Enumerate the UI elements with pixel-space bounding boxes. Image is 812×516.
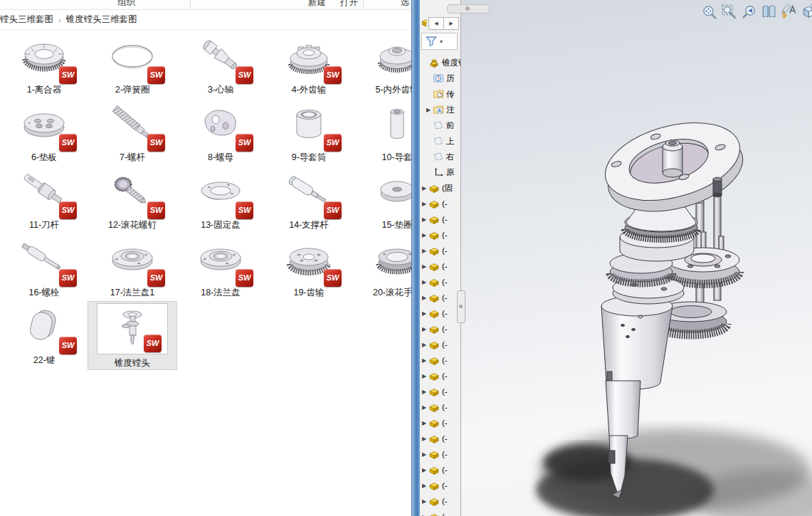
- expand-arrow-icon[interactable]: ▶: [422, 483, 428, 489]
- file-item[interactable]: SW1-离合器: [0, 31, 88, 99]
- expand-arrow-icon[interactable]: ▶: [422, 295, 428, 301]
- tree-component-item[interactable]: ▶(-: [420, 196, 460, 211]
- toolbar-group-1[interactable]: 组织: [117, 0, 135, 9]
- expand-arrow-icon[interactable]: ▶: [422, 248, 428, 254]
- file-list-area[interactable]: SW1-离合器SW2-弹簧圈SW3-心轴SW4-外齿输SW5-内外齿输SW6-垫…: [0, 31, 411, 387]
- tree-component-item[interactable]: ▶(固: [420, 180, 460, 196]
- expand-arrow-icon[interactable]: ▶: [422, 326, 428, 332]
- flange-thumbnail: SW: [98, 236, 167, 284]
- expand-arrow-icon[interactable]: ▶: [422, 185, 428, 191]
- expand-arrow-icon[interactable]: ▶: [422, 263, 428, 270]
- pane-splitter-handle[interactable]: [457, 290, 465, 323]
- file-item[interactable]: SW2-弹簧圈: [88, 31, 176, 99]
- tree-component-item[interactable]: ▶(-: [420, 211, 460, 227]
- feature-tree-tab-icon[interactable]: [420, 18, 427, 28]
- expand-arrow-icon[interactable]: ▶: [422, 373, 428, 379]
- file-item[interactable]: SW22-键: [0, 302, 88, 369]
- tree-filter[interactable]: ▾: [421, 33, 458, 50]
- tree-folder-item[interactable]: ▶传: [420, 86, 460, 102]
- breadcrumb-current[interactable]: 锥度镗头三维套图: [66, 14, 137, 26]
- tree-folder-item[interactable]: ▶上: [420, 133, 460, 149]
- previous-view-icon[interactable]: [740, 3, 758, 21]
- expand-arrow-icon[interactable]: ▶: [422, 467, 428, 473]
- file-item[interactable]: SW17-法兰盘1: [88, 234, 176, 302]
- file-item[interactable]: SW10-导套: [353, 99, 411, 167]
- tree-component-item[interactable]: ▶(-: [420, 446, 460, 462]
- view-orientation-icon[interactable]: [800, 3, 812, 21]
- tree-component-item[interactable]: ▶(-: [420, 352, 460, 368]
- file-item[interactable]: SW9-导套筒: [265, 99, 353, 167]
- file-item[interactable]: SW15-垫圈: [353, 167, 411, 234]
- expand-arrow-icon[interactable]: ▶: [422, 201, 428, 207]
- expand-arrow-icon[interactable]: ▶: [422, 404, 428, 411]
- tree-component-item[interactable]: ▶(-: [420, 305, 460, 321]
- file-item[interactable]: SW13-固定盘: [176, 167, 265, 234]
- expand-arrow-icon[interactable]: ▶: [426, 107, 433, 113]
- tree-component-item[interactable]: ▶(-: [420, 462, 460, 478]
- file-item[interactable]: SW20-滚花手轮: [353, 234, 411, 302]
- tree-component-item[interactable]: ▶(-: [420, 493, 460, 509]
- expand-arrow-icon[interactable]: ▶: [422, 498, 428, 505]
- zoom-to-area-icon[interactable]: [720, 3, 738, 21]
- tree-component-item[interactable]: ▶(-: [420, 431, 460, 446]
- tree-component-item[interactable]: ▶(-: [420, 415, 460, 431]
- tree-component-item[interactable]: ▶(-: [420, 290, 460, 305]
- tree-component-item[interactable]: ▶(-: [420, 384, 460, 399]
- tree-component-item[interactable]: ▶(-: [420, 337, 460, 352]
- file-item[interactable]: SW11-刀杆: [0, 167, 88, 234]
- file-item[interactable]: SW8-螺母: [176, 99, 265, 167]
- toolbar-group-2[interactable]: 新建: [308, 0, 326, 9]
- tree-component-item[interactable]: ▶(-: [420, 274, 460, 290]
- file-item[interactable]: SW3-心轴: [176, 31, 265, 99]
- tree-folder-item[interactable]: ▶前: [420, 117, 460, 133]
- file-item[interactable]: SW5-内外齿输: [353, 31, 411, 99]
- expand-arrow-icon[interactable]: ▶: [422, 436, 428, 442]
- filter-dropdown-icon[interactable]: ▾: [440, 38, 443, 45]
- tree-component-item[interactable]: ▶(-: [420, 478, 460, 493]
- expand-arrow-icon[interactable]: ▶: [422, 357, 428, 364]
- toolbar-group-4[interactable]: 选择: [401, 0, 411, 10]
- pane-scroll-right-button[interactable]: ▶: [443, 17, 459, 30]
- tree-component-item[interactable]: ▶(-: [420, 227, 460, 243]
- expand-arrow-icon[interactable]: ▶: [422, 279, 428, 285]
- breadcrumb-parent[interactable]: 镗头三维套图: [0, 14, 53, 26]
- zoom-to-fit-icon[interactable]: [700, 3, 718, 21]
- knurled-screw-thumbnail: SW: [98, 168, 167, 216]
- file-grid: SW1-离合器SW2-弹簧圈SW3-心轴SW4-外齿输SW5-内外齿输SW6-垫…: [0, 31, 411, 369]
- file-label: 16-螺栓: [0, 287, 88, 299]
- tree-component-item[interactable]: ▶(-: [420, 399, 460, 415]
- file-item[interactable]: SW18-法兰盘: [176, 234, 265, 302]
- toolbar-group-3[interactable]: 打开: [340, 0, 358, 9]
- file-item[interactable]: SW锥度镗头: [88, 302, 176, 369]
- file-item[interactable]: SW16-螺栓: [0, 234, 88, 302]
- tree-component-item[interactable]: ▶(-: [420, 321, 460, 337]
- expand-arrow-icon[interactable]: ▶: [422, 514, 428, 516]
- expand-arrow-icon[interactable]: ▶: [422, 389, 428, 395]
- pane-collapse-handle[interactable]: [447, 4, 490, 14]
- expand-arrow-icon[interactable]: ▶: [422, 420, 428, 426]
- tree-folder-item[interactable]: ▶历: [420, 70, 460, 86]
- tree-folder-item[interactable]: ▶注: [420, 102, 460, 117]
- tree-folder-item[interactable]: ▶原: [420, 164, 460, 180]
- expand-arrow-icon[interactable]: ▶: [422, 232, 428, 238]
- graphics-viewport[interactable]: ▾▾: [461, 0, 812, 516]
- tree-component-item[interactable]: ▶(-: [420, 243, 460, 258]
- tree-root-assembly[interactable]: ▶锥度镗: [420, 55, 460, 70]
- file-item[interactable]: SW14-支撑杆: [265, 167, 353, 234]
- tree-component-item[interactable]: ▶(-: [420, 368, 460, 384]
- expand-arrow-icon[interactable]: ▶: [422, 216, 428, 223]
- tree-folder-item[interactable]: ▶右: [420, 149, 460, 164]
- pane-scroll-left-button[interactable]: ◀: [428, 17, 444, 30]
- file-item[interactable]: SW12-滚花螺钉: [88, 167, 176, 234]
- annotation-visibility-icon[interactable]: [780, 3, 798, 21]
- tree-component-item[interactable]: ▶(-: [420, 258, 460, 274]
- expand-arrow-icon[interactable]: ▶: [422, 310, 428, 317]
- file-item[interactable]: SW6-垫板: [0, 99, 88, 167]
- tree-component-item[interactable]: ▶(-: [420, 509, 460, 516]
- expand-arrow-icon[interactable]: ▶: [422, 451, 428, 458]
- expand-arrow-icon[interactable]: ▶: [422, 342, 428, 348]
- file-item[interactable]: SW19-齿输: [265, 234, 353, 302]
- section-view-icon[interactable]: [760, 3, 778, 21]
- file-item[interactable]: SW7-螺杆: [88, 99, 176, 167]
- file-item[interactable]: SW4-外齿输: [265, 31, 353, 99]
